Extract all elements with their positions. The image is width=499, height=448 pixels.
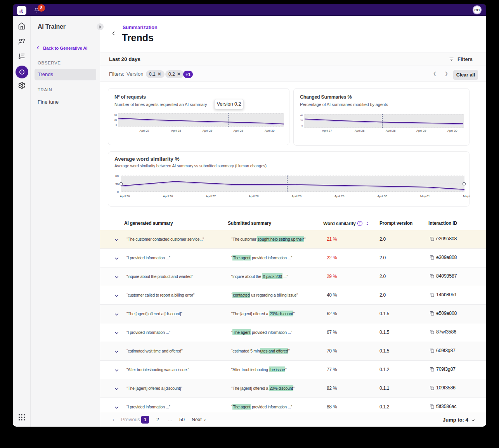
svg-text:April 30: April 30 xyxy=(378,194,387,198)
svg-text:May 02: May 02 xyxy=(463,194,470,198)
svg-text:April 27: April 27 xyxy=(322,129,332,132)
svg-text:April 28: April 28 xyxy=(355,129,364,132)
svg-text:20: 20 xyxy=(300,119,303,122)
svg-text:60: 60 xyxy=(115,174,119,178)
svg-text:April 29: April 29 xyxy=(292,194,301,198)
svg-text:May 01: May 01 xyxy=(420,194,430,198)
svg-text:April 26: April 26 xyxy=(163,194,173,198)
svg-text:April 27: April 27 xyxy=(140,129,149,132)
svg-text:40: 40 xyxy=(300,114,303,116)
svg-text:April 26: April 26 xyxy=(120,194,130,198)
svg-text:25: 25 xyxy=(114,119,117,121)
svg-text:30: 30 xyxy=(115,182,119,186)
svg-text:April 29: April 29 xyxy=(416,129,426,132)
svg-text:April 30: April 30 xyxy=(447,129,457,132)
svg-text:April 29: April 29 xyxy=(233,129,243,132)
svg-text:0: 0 xyxy=(301,125,303,127)
svg-text:April 30: April 30 xyxy=(265,129,274,132)
svg-text:t: t xyxy=(21,8,23,14)
svg-text:April 28: April 28 xyxy=(171,129,181,132)
svg-text:50: 50 xyxy=(114,114,117,116)
svg-text:0: 0 xyxy=(116,124,117,126)
svg-text:April 28: April 28 xyxy=(386,129,395,132)
svg-text:0: 0 xyxy=(117,190,119,194)
svg-text:April 27: April 27 xyxy=(206,194,216,198)
svg-text:April 28: April 28 xyxy=(249,194,258,198)
svg-text:April 29: April 29 xyxy=(334,194,344,198)
svg-text:April 29: April 29 xyxy=(203,129,212,132)
